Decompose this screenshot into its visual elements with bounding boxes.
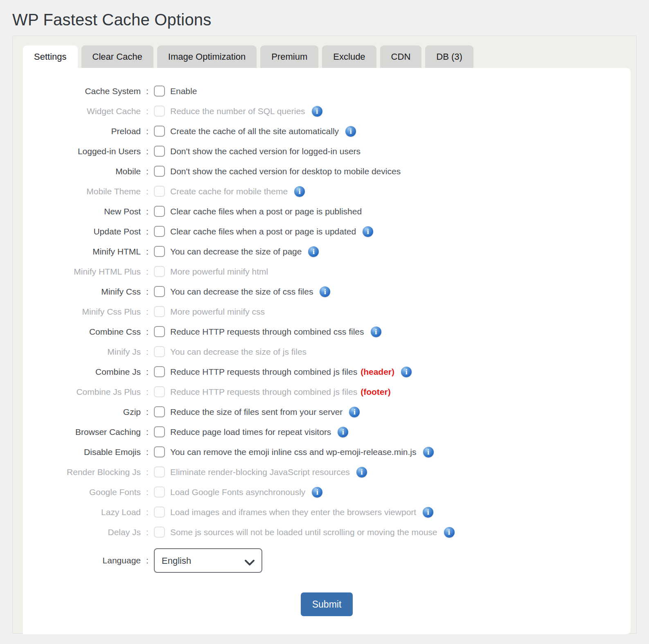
tab-label: Clear Cache xyxy=(92,52,142,62)
option-description: You can remove the emoji inline css and … xyxy=(170,447,417,457)
submit-button[interactable]: Submit xyxy=(301,592,353,616)
option-row-combine-js-plus: Combine Js Plus : Reduce HTTP requests t… xyxy=(23,382,631,402)
option-label: Mobile xyxy=(23,167,141,176)
label-colon: : xyxy=(141,527,154,537)
tab-label: CDN xyxy=(391,52,411,62)
option-row-gzip: Gzip : Reduce the size of files sent fro… xyxy=(23,402,631,422)
label-colon: : xyxy=(141,227,154,236)
option-description: Load Google Fonts asynchronously xyxy=(170,487,305,497)
tab-settings[interactable]: Settings xyxy=(23,45,78,68)
tab-clear-cache[interactable]: Clear Cache xyxy=(81,45,153,68)
tab-exclude[interactable]: Exclude xyxy=(322,45,376,68)
info-icon[interactable]: i xyxy=(312,487,322,498)
option-description: Don't show the cached version for logged… xyxy=(170,146,361,156)
label-colon: : xyxy=(141,367,154,377)
label-colon: : xyxy=(141,207,154,216)
language-row: Language : English xyxy=(23,548,631,573)
info-icon[interactable]: i xyxy=(423,447,434,457)
option-checkbox[interactable] xyxy=(154,246,165,257)
option-description: You can decrease the size of css files xyxy=(170,287,313,297)
option-checkbox[interactable] xyxy=(154,146,165,157)
option-row-disable-emojis: Disable Emojis : You can remove the emoj… xyxy=(23,442,631,462)
info-icon[interactable]: i xyxy=(371,327,381,337)
option-checkbox[interactable] xyxy=(154,286,165,297)
info-icon[interactable]: i xyxy=(363,226,373,237)
option-label: Minify HTML xyxy=(23,247,141,257)
tab-premium[interactable]: Premium xyxy=(260,45,318,68)
option-row-minify-html-plus: Minify HTML Plus : More powerful minify … xyxy=(23,261,631,281)
option-checkbox[interactable] xyxy=(154,326,165,337)
language-select[interactable]: English xyxy=(154,548,262,573)
option-label: New Post xyxy=(23,207,141,216)
option-label: Widget Cache xyxy=(23,106,141,116)
option-label: Disable Emojis xyxy=(23,447,141,457)
info-icon[interactable]: i xyxy=(349,407,360,417)
info-icon[interactable]: i xyxy=(320,286,330,297)
option-description: Reduce HTTP requests through combined js… xyxy=(170,387,357,397)
label-colon: : xyxy=(141,86,154,96)
option-checkbox xyxy=(154,106,165,117)
label-colon: : xyxy=(141,507,154,517)
label-colon: : xyxy=(141,387,154,397)
label-colon: : xyxy=(141,447,154,457)
info-icon[interactable]: i xyxy=(345,126,356,137)
option-description: You can decrease the size of js files xyxy=(170,347,306,357)
option-row-delay-js: Delay Js : Some js sources will not be l… xyxy=(23,522,631,542)
option-description: Clear cache files when a post or page is… xyxy=(170,207,362,216)
info-icon[interactable]: i xyxy=(312,106,322,117)
label-colon: : xyxy=(141,126,154,136)
page-title: WP Fastest Cache Options xyxy=(12,11,649,29)
option-row-combine-js: Combine Js : Reduce HTTP requests throug… xyxy=(23,362,631,382)
option-row-google-fonts: Google Fonts : Load Google Fonts asynchr… xyxy=(23,482,631,502)
info-icon[interactable]: i xyxy=(308,246,319,257)
option-description: Some js sources will not be loaded until… xyxy=(170,527,437,537)
info-icon[interactable]: i xyxy=(401,367,412,377)
option-suffix: (header) xyxy=(361,367,394,377)
tab-bar: Settings Clear Cache Image Optimization … xyxy=(23,45,636,68)
option-row-minify-css: Minify Css : You can decrease the size o… xyxy=(23,281,631,302)
option-checkbox[interactable] xyxy=(154,166,165,177)
option-label: Combine Js Plus xyxy=(23,387,141,397)
label-colon: : xyxy=(141,556,154,565)
label-colon: : xyxy=(141,407,154,417)
tab-label: Exclude xyxy=(333,52,365,62)
info-icon[interactable]: i xyxy=(444,527,455,538)
option-row-cache-system: Cache System : Enable i xyxy=(23,81,631,101)
label-colon: : xyxy=(141,106,154,116)
option-row-minify-js: Minify Js : You can decrease the size of… xyxy=(23,342,631,362)
option-label: Render Blocking Js xyxy=(23,467,141,477)
info-icon[interactable]: i xyxy=(338,427,348,437)
option-label: Mobile Theme xyxy=(23,187,141,196)
option-description: Load images and iframes when they enter … xyxy=(170,507,416,517)
option-checkbox[interactable] xyxy=(154,86,165,97)
option-checkbox xyxy=(154,266,165,277)
label-colon: : xyxy=(141,146,154,156)
option-checkbox xyxy=(154,466,165,477)
option-label: Gzip xyxy=(23,407,141,417)
option-checkbox xyxy=(154,527,165,538)
language-label: Language xyxy=(23,556,141,565)
option-label: Update Post xyxy=(23,227,141,236)
tab-image-optimization[interactable]: Image Optimization xyxy=(157,45,257,68)
option-checkbox[interactable] xyxy=(154,446,165,457)
tab-cdn[interactable]: CDN xyxy=(380,45,422,68)
option-checkbox[interactable] xyxy=(154,406,165,417)
tab-db-3[interactable]: DB (3) xyxy=(425,45,473,68)
label-colon: : xyxy=(141,327,154,337)
option-checkbox[interactable] xyxy=(154,366,165,377)
language-select-wrap: English xyxy=(154,548,262,573)
option-label: Minify Js xyxy=(23,347,141,357)
info-icon[interactable]: i xyxy=(423,507,433,518)
info-icon[interactable]: i xyxy=(356,467,367,477)
info-icon[interactable]: i xyxy=(294,186,305,197)
option-label: Minify HTML Plus xyxy=(23,267,141,277)
option-checkbox[interactable] xyxy=(154,426,165,437)
option-checkbox[interactable] xyxy=(154,126,165,137)
option-checkbox[interactable] xyxy=(154,206,165,217)
option-row-logged-in-users: Logged-in Users : Don't show the cached … xyxy=(23,141,631,161)
option-row-mobile: Mobile : Don't show the cached version f… xyxy=(23,161,631,181)
option-checkbox[interactable] xyxy=(154,226,165,237)
tab-label: Settings xyxy=(34,52,67,62)
option-checkbox xyxy=(154,507,165,518)
option-label: Logged-in Users xyxy=(23,146,141,156)
